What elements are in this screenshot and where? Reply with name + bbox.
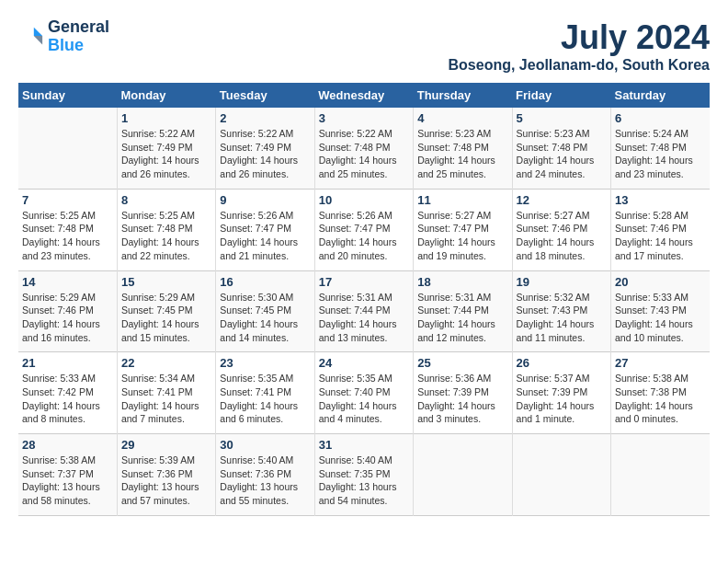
day-number: 26 <box>517 356 607 370</box>
header-thursday: Thursday <box>414 83 512 108</box>
day-info: Sunrise: 5:29 AM Sunset: 7:46 PM Dayligh… <box>22 291 113 345</box>
day-number: 14 <box>22 275 113 289</box>
day-info: Sunrise: 5:25 AM Sunset: 7:48 PM Dayligh… <box>22 209 113 263</box>
day-number: 21 <box>22 356 113 370</box>
day-number: 18 <box>417 275 507 289</box>
day-info: Sunrise: 5:29 AM Sunset: 7:45 PM Dayligh… <box>121 291 211 345</box>
title-area: July 2024 Boseong, Jeollanam-do, South K… <box>449 18 710 74</box>
calendar-cell: 23Sunrise: 5:35 AM Sunset: 7:41 PM Dayli… <box>216 352 314 434</box>
day-number: 2 <box>220 111 310 125</box>
day-number: 25 <box>417 356 507 370</box>
day-info: Sunrise: 5:23 AM Sunset: 7:48 PM Dayligh… <box>417 127 507 181</box>
day-number: 30 <box>220 438 310 452</box>
day-number: 1 <box>121 111 211 125</box>
calendar-cell: 6Sunrise: 5:24 AM Sunset: 7:48 PM Daylig… <box>611 108 710 189</box>
calendar-cell: 2Sunrise: 5:22 AM Sunset: 7:49 PM Daylig… <box>216 108 314 189</box>
calendar-cell: 10Sunrise: 5:26 AM Sunset: 7:47 PM Dayli… <box>314 189 413 270</box>
day-info: Sunrise: 5:40 AM Sunset: 7:35 PM Dayligh… <box>319 454 409 508</box>
day-number: 13 <box>615 193 706 207</box>
calendar-cell: 11Sunrise: 5:27 AM Sunset: 7:47 PM Dayli… <box>414 189 512 270</box>
day-info: Sunrise: 5:26 AM Sunset: 7:47 PM Dayligh… <box>319 209 409 263</box>
day-info: Sunrise: 5:28 AM Sunset: 7:46 PM Dayligh… <box>615 209 706 263</box>
day-info: Sunrise: 5:38 AM Sunset: 7:37 PM Dayligh… <box>22 454 113 508</box>
calendar-cell <box>18 108 117 189</box>
day-number: 28 <box>22 438 113 452</box>
calendar-cell: 31Sunrise: 5:40 AM Sunset: 7:35 PM Dayli… <box>314 434 413 516</box>
day-number: 3 <box>319 111 409 125</box>
calendar-cell: 7Sunrise: 5:25 AM Sunset: 7:48 PM Daylig… <box>18 189 117 270</box>
day-info: Sunrise: 5:27 AM Sunset: 7:46 PM Dayligh… <box>517 209 607 263</box>
day-info: Sunrise: 5:22 AM Sunset: 7:49 PM Dayligh… <box>121 127 211 181</box>
day-info: Sunrise: 5:27 AM Sunset: 7:47 PM Dayligh… <box>417 209 507 263</box>
calendar-cell: 25Sunrise: 5:36 AM Sunset: 7:39 PM Dayli… <box>414 352 512 434</box>
day-info: Sunrise: 5:38 AM Sunset: 7:38 PM Dayligh… <box>615 372 706 426</box>
calendar-cell: 29Sunrise: 5:39 AM Sunset: 7:36 PM Dayli… <box>117 434 215 516</box>
calendar-cell: 17Sunrise: 5:31 AM Sunset: 7:44 PM Dayli… <box>314 270 413 352</box>
header-wednesday: Wednesday <box>314 83 413 108</box>
day-number: 23 <box>220 356 310 370</box>
day-number: 17 <box>319 275 409 289</box>
header-sunday: Sunday <box>18 83 117 108</box>
calendar-cell <box>414 434 512 516</box>
day-number: 12 <box>517 193 607 207</box>
day-number: 8 <box>121 193 211 207</box>
day-info: Sunrise: 5:35 AM Sunset: 7:41 PM Dayligh… <box>220 372 310 426</box>
calendar-cell: 28Sunrise: 5:38 AM Sunset: 7:37 PM Dayli… <box>18 434 117 516</box>
day-info: Sunrise: 5:40 AM Sunset: 7:36 PM Dayligh… <box>220 454 310 508</box>
day-number: 10 <box>319 193 409 207</box>
header-monday: Monday <box>117 83 215 108</box>
day-info: Sunrise: 5:23 AM Sunset: 7:48 PM Dayligh… <box>517 127 607 181</box>
day-number: 27 <box>615 356 706 370</box>
header-saturday: Saturday <box>611 83 710 108</box>
calendar-cell: 16Sunrise: 5:30 AM Sunset: 7:45 PM Dayli… <box>216 270 314 352</box>
calendar-cell: 21Sunrise: 5:33 AM Sunset: 7:42 PM Dayli… <box>18 352 117 434</box>
logo-icon <box>18 24 44 50</box>
calendar-cell: 14Sunrise: 5:29 AM Sunset: 7:46 PM Dayli… <box>18 270 117 352</box>
day-info: Sunrise: 5:35 AM Sunset: 7:40 PM Dayligh… <box>319 372 409 426</box>
day-info: Sunrise: 5:31 AM Sunset: 7:44 PM Dayligh… <box>319 291 409 345</box>
day-number: 6 <box>615 111 706 125</box>
calendar-cell: 30Sunrise: 5:40 AM Sunset: 7:36 PM Dayli… <box>216 434 314 516</box>
header-friday: Friday <box>512 83 610 108</box>
calendar-cell: 12Sunrise: 5:27 AM Sunset: 7:46 PM Dayli… <box>512 189 610 270</box>
day-number: 31 <box>319 438 409 452</box>
calendar-cell: 18Sunrise: 5:31 AM Sunset: 7:44 PM Dayli… <box>414 270 512 352</box>
calendar-table: Sunday Monday Tuesday Wednesday Thursday… <box>18 83 710 516</box>
calendar-week-0: 1Sunrise: 5:22 AM Sunset: 7:49 PM Daylig… <box>18 108 710 189</box>
header-tuesday: Tuesday <box>216 83 314 108</box>
calendar-week-2: 14Sunrise: 5:29 AM Sunset: 7:46 PM Dayli… <box>18 270 710 352</box>
calendar-week-3: 21Sunrise: 5:33 AM Sunset: 7:42 PM Dayli… <box>18 352 710 434</box>
day-number: 5 <box>517 111 607 125</box>
logo-text: General Blue <box>48 18 109 55</box>
day-number: 15 <box>121 275 211 289</box>
calendar-cell: 13Sunrise: 5:28 AM Sunset: 7:46 PM Dayli… <box>611 189 710 270</box>
day-info: Sunrise: 5:33 AM Sunset: 7:43 PM Dayligh… <box>615 291 706 345</box>
calendar-cell: 15Sunrise: 5:29 AM Sunset: 7:45 PM Dayli… <box>117 270 215 352</box>
calendar-cell: 1Sunrise: 5:22 AM Sunset: 7:49 PM Daylig… <box>117 108 215 189</box>
page-header: General Blue July 2024 Boseong, Jeollana… <box>18 18 710 74</box>
day-info: Sunrise: 5:26 AM Sunset: 7:47 PM Dayligh… <box>220 209 310 263</box>
day-info: Sunrise: 5:33 AM Sunset: 7:42 PM Dayligh… <box>22 372 113 426</box>
logo: General Blue <box>18 18 109 55</box>
day-info: Sunrise: 5:37 AM Sunset: 7:39 PM Dayligh… <box>517 372 607 426</box>
day-info: Sunrise: 5:30 AM Sunset: 7:45 PM Dayligh… <box>220 291 310 345</box>
svg-marker-0 <box>34 28 42 36</box>
calendar-cell: 27Sunrise: 5:38 AM Sunset: 7:38 PM Dayli… <box>611 352 710 434</box>
calendar-cell: 19Sunrise: 5:32 AM Sunset: 7:43 PM Dayli… <box>512 270 610 352</box>
calendar-week-1: 7Sunrise: 5:25 AM Sunset: 7:48 PM Daylig… <box>18 189 710 270</box>
day-number: 29 <box>121 438 211 452</box>
day-number: 9 <box>220 193 310 207</box>
subtitle: Boseong, Jeollanam-do, South Korea <box>449 57 710 74</box>
calendar-week-4: 28Sunrise: 5:38 AM Sunset: 7:37 PM Dayli… <box>18 434 710 516</box>
calendar-cell: 9Sunrise: 5:26 AM Sunset: 7:47 PM Daylig… <box>216 189 314 270</box>
day-number: 20 <box>615 275 706 289</box>
day-info: Sunrise: 5:39 AM Sunset: 7:36 PM Dayligh… <box>121 454 211 508</box>
day-number: 19 <box>517 275 607 289</box>
day-number: 24 <box>319 356 409 370</box>
day-info: Sunrise: 5:32 AM Sunset: 7:43 PM Dayligh… <box>517 291 607 345</box>
day-number: 22 <box>121 356 211 370</box>
day-info: Sunrise: 5:34 AM Sunset: 7:41 PM Dayligh… <box>121 372 211 426</box>
calendar-cell: 20Sunrise: 5:33 AM Sunset: 7:43 PM Dayli… <box>611 270 710 352</box>
calendar-cell: 4Sunrise: 5:23 AM Sunset: 7:48 PM Daylig… <box>414 108 512 189</box>
day-info: Sunrise: 5:25 AM Sunset: 7:48 PM Dayligh… <box>121 209 211 263</box>
